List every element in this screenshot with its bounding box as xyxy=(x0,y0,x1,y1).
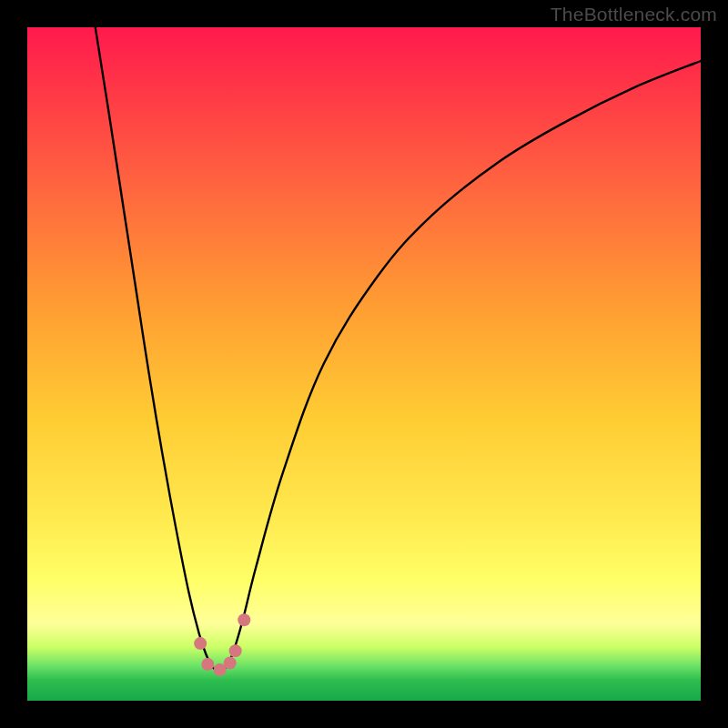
curve-marker xyxy=(229,644,242,657)
curve-marker xyxy=(194,637,207,650)
curve-markers xyxy=(194,613,250,676)
curve-marker xyxy=(238,613,250,626)
curve-marker xyxy=(224,657,237,670)
watermark-text: TheBottleneck.com xyxy=(551,4,717,25)
plot-area xyxy=(27,27,701,701)
chart-frame: TheBottleneck.com xyxy=(0,0,728,728)
curve-marker xyxy=(201,658,214,671)
bottleneck-curve xyxy=(96,27,701,671)
curve-layer xyxy=(27,27,701,701)
